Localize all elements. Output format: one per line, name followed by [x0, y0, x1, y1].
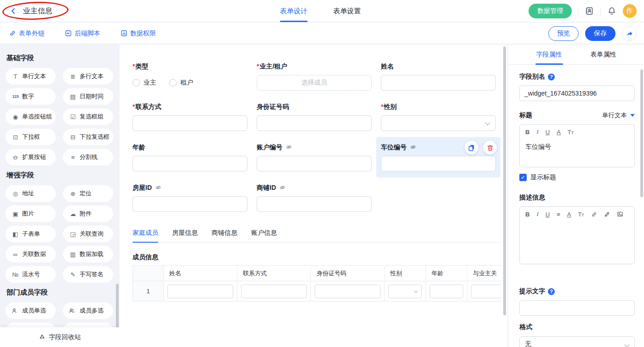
cell-input-name[interactable]: [167, 284, 233, 298]
insert-image-icon[interactable]: [617, 211, 623, 217]
align-icon[interactable]: ≡: [557, 211, 560, 218]
backend-script-link[interactable]: 后端脚本: [65, 29, 100, 38]
radio-owner[interactable]: 业主: [132, 79, 156, 87]
field-recycle-bin[interactable]: 字段回收站: [0, 327, 120, 347]
field-item-member-multi[interactable]: 成员多选: [63, 302, 113, 319]
field-house-id[interactable]: 房屋ID: [128, 177, 252, 218]
data-permission-link[interactable]: 数据权限: [121, 29, 156, 38]
insert-link-icon[interactable]: [591, 211, 597, 217]
text-input[interactable]: [381, 156, 496, 171]
field-type[interactable]: *类型 业主 租户: [128, 56, 252, 97]
help-icon[interactable]: ?: [548, 288, 555, 295]
bell-icon[interactable]: [607, 6, 617, 16]
field-item-divider[interactable]: ≡分割线: [63, 149, 113, 165]
field-item-address[interactable]: ◎地址: [6, 185, 56, 202]
field-item-radio-group[interactable]: ◉单选按钮组: [6, 108, 56, 125]
field-item-related-query[interactable]: ◲关联查询: [63, 226, 113, 242]
field-item-datetime[interactable]: ▤日期时间: [63, 88, 113, 105]
field-shop-id[interactable]: 商铺ID: [252, 177, 376, 218]
field-name[interactable]: 姓名: [376, 56, 500, 97]
contacts-icon[interactable]: [584, 6, 594, 16]
cell-input-age[interactable]: [430, 284, 463, 298]
text-input[interactable]: [257, 156, 372, 171]
underline-icon[interactable]: U: [546, 211, 550, 218]
field-item-checkbox-group[interactable]: ☑复选框组: [63, 108, 113, 125]
data-manage-button[interactable]: 数据管理: [529, 4, 572, 18]
avatar[interactable]: 作: [623, 4, 637, 18]
italic-icon[interactable]: I: [536, 128, 538, 136]
cell-input-idcard[interactable]: [315, 284, 380, 298]
text-input[interactable]: [132, 115, 247, 131]
field-gender[interactable]: *性别: [376, 97, 500, 137]
radio-tenant[interactable]: 租户: [169, 79, 193, 87]
field-item-single-text[interactable]: T单行文本: [6, 68, 56, 85]
gender-select[interactable]: [381, 115, 496, 131]
tab-family-members[interactable]: 家庭成员: [132, 229, 158, 242]
text-input[interactable]: [381, 75, 496, 91]
member-picker[interactable]: 选择成员: [257, 75, 372, 91]
field-item-attachment[interactable]: ☁附件: [63, 205, 113, 222]
show-title-checkbox-row[interactable]: ✓ 显示标题: [519, 173, 635, 182]
field-item-extend-button[interactable]: ⊖扩展按钮: [6, 149, 56, 165]
text-input[interactable]: [132, 196, 247, 212]
checkbox-checked-icon[interactable]: ✓: [519, 174, 527, 181]
bold-icon[interactable]: B: [525, 129, 529, 136]
field-item-multi-text[interactable]: ≣多行文本: [63, 68, 113, 85]
field-member[interactable]: *业主/租户 选择成员: [252, 56, 376, 97]
copy-field-button[interactable]: [465, 141, 478, 154]
tab-form-settings[interactable]: 表单设置: [333, 0, 361, 22]
tab-form-properties[interactable]: 表单属性: [591, 45, 616, 64]
tab-account-info[interactable]: 账户信息: [251, 229, 277, 242]
save-button[interactable]: 保存: [585, 26, 615, 41]
field-item-location[interactable]: ⊕定位: [63, 185, 113, 202]
field-contact[interactable]: *联系方式: [128, 97, 252, 137]
text-input[interactable]: [257, 196, 372, 212]
title-editor-content[interactable]: 车位编号: [520, 139, 634, 167]
font-color-icon[interactable]: A: [567, 211, 571, 218]
form-external-link[interactable]: 表单外链: [9, 29, 45, 38]
field-parking-selected[interactable]: 车位编号: [376, 137, 500, 177]
cell-input-relation[interactable]: [471, 284, 501, 298]
text-input[interactable]: [257, 115, 372, 131]
font-size-icon[interactable]: TT: [578, 211, 584, 218]
italic-icon[interactable]: I: [536, 210, 538, 218]
text-input[interactable]: [132, 156, 247, 171]
field-item-related-data[interactable]: ∞关联数据: [6, 246, 56, 262]
tab-field-properties[interactable]: 字段属性: [536, 45, 562, 64]
field-item-data-load[interactable]: ▥数据加载: [63, 246, 113, 262]
field-item-serial-number[interactable]: №流水号: [6, 266, 56, 283]
preview-button[interactable]: 预览: [548, 26, 579, 41]
hint-input[interactable]: [519, 300, 635, 316]
field-account[interactable]: 账户编号: [252, 137, 376, 177]
tab-house-info[interactable]: 房屋信息: [172, 229, 198, 242]
font-size-icon[interactable]: TT: [568, 129, 574, 136]
field-item-number[interactable]: 123数字: [6, 88, 56, 105]
field-item-signature[interactable]: ✎手写签名: [63, 266, 113, 283]
format-select[interactable]: 无: [519, 336, 635, 347]
field-item-image[interactable]: ▣图片: [6, 205, 56, 222]
description-editor-content[interactable]: [520, 222, 634, 264]
underline-icon[interactable]: U: [546, 129, 550, 136]
cell-input-contact[interactable]: [241, 284, 307, 298]
field-idcard[interactable]: 身份证号码: [252, 97, 376, 137]
help-icon[interactable]: ?: [548, 74, 555, 80]
remove-link-icon[interactable]: [604, 211, 610, 217]
tab-form-design[interactable]: 表单设计: [280, 0, 307, 22]
cell-select-gender[interactable]: [388, 284, 422, 298]
section-title-enhanced: 增强字段: [6, 171, 113, 180]
bold-icon[interactable]: B: [525, 211, 529, 218]
delete-field-button[interactable]: [483, 141, 497, 154]
field-item-select[interactable]: ⊡下拉框: [6, 129, 56, 145]
field-item-multi-select[interactable]: ⊟下拉复选框: [63, 129, 113, 145]
back-icon[interactable]: [8, 6, 18, 16]
widget-type-dropdown[interactable]: 单行文本: [602, 111, 635, 119]
font-color-icon[interactable]: A: [557, 129, 561, 136]
tab-shop-info[interactable]: 商铺信息: [212, 229, 237, 242]
alias-input[interactable]: [519, 85, 635, 101]
canvas-scrollbar[interactable]: [503, 46, 506, 315]
panel-scrollbar[interactable]: [640, 69, 643, 197]
field-item-member-single[interactable]: 成员单选: [6, 302, 56, 319]
share-button[interactable]: [622, 26, 637, 41]
field-item-subform[interactable]: ◧子表单: [6, 226, 56, 242]
field-age[interactable]: 年龄: [128, 137, 252, 177]
